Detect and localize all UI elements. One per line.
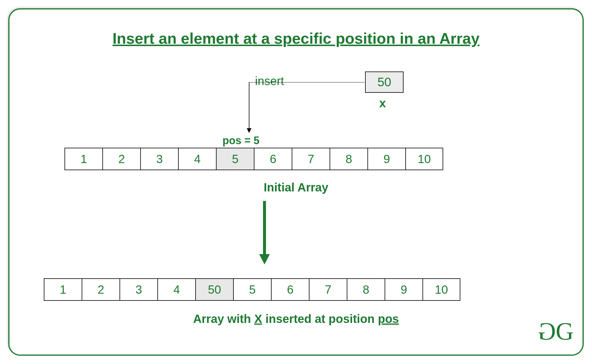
array-cell: 8 [330,148,367,170]
array-cell: 4 [157,278,195,301]
caption-var-pos: pos [378,312,399,325]
array-cell: 50 [195,278,233,301]
array-cell: 1 [44,278,82,301]
array-cell: 10 [405,148,443,170]
pos-label: pos = 5 [222,134,259,147]
array-cell: 1 [64,148,102,170]
array-cell: 3 [140,148,178,170]
array-cell: 6 [254,148,292,170]
result-array: 1234505678910 [44,278,460,301]
x-variable-label: x [379,97,386,110]
caption-text: Array with [193,312,254,325]
array-cell: 3 [120,278,157,301]
diagram-frame: Insert an element at a specific position… [8,8,584,356]
array-cell: 5 [233,278,271,301]
initial-array: 12345678910 [64,148,443,170]
array-cell: 8 [347,278,385,301]
insert-arrow-icon [240,82,367,134]
array-cell: 5 [216,148,254,170]
caption-text: inserted at position [262,312,378,325]
array-cell: 7 [292,148,330,170]
transform-arrow-icon [259,201,270,264]
array-cell: 9 [367,148,405,170]
array-cell: 6 [271,278,309,301]
diagram-title: Insert an element at a specific position… [9,30,583,47]
insert-action-label: insert [255,74,284,88]
geeksforgeeks-logo-icon: GG [540,317,571,346]
array-cell: 7 [309,278,347,301]
array-cell: 2 [102,148,140,170]
result-array-caption: Array with X inserted at position pos [9,312,583,326]
caption-var-x: X [254,312,262,325]
array-cell: 2 [82,278,120,301]
array-cell: 10 [422,278,460,301]
initial-array-caption: Initial Array [9,181,583,194]
x-value-box: 50 [365,72,404,93]
array-cell: 9 [385,278,422,301]
array-cell: 4 [178,148,216,170]
